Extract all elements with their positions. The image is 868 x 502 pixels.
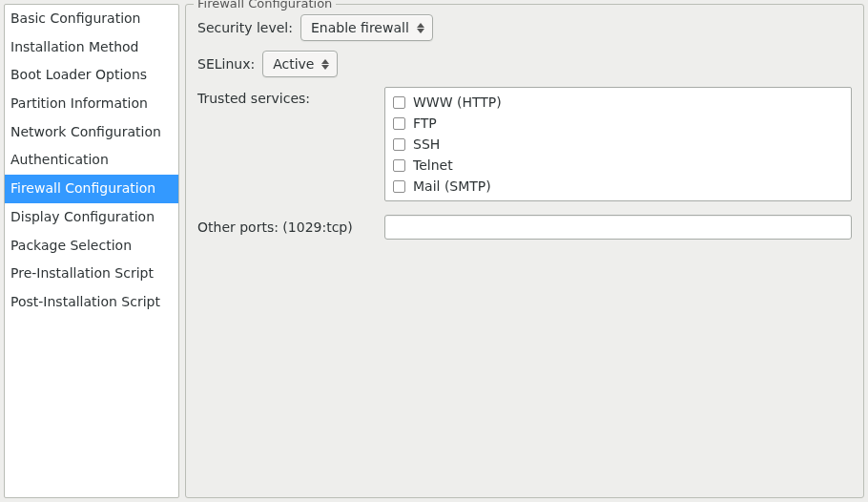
service-row-mail[interactable]: Mail (SMTP) (391, 176, 845, 197)
service-row-telnet[interactable]: Telnet (391, 155, 845, 176)
sidebar-item-basic-configuration[interactable]: Basic Configuration (5, 5, 178, 33)
other-ports-input[interactable] (384, 215, 852, 240)
dropdown-arrows-icon (417, 23, 424, 33)
selinux-row: SELinux: Active (197, 51, 852, 77)
trusted-services-label: Trusted services: (197, 87, 379, 106)
selinux-value: Active (273, 56, 314, 72)
firewall-fieldset: Firewall Configuration Security level: E… (185, 4, 864, 498)
selinux-label: SELinux: (197, 56, 255, 72)
sidebar-item-authentication[interactable]: Authentication (5, 146, 178, 175)
sidebar-item-package-selection[interactable]: Package Selection (5, 232, 178, 261)
sidebar-item-installation-method[interactable]: Installation Method (5, 33, 178, 62)
sidebar-item-pre-installation-script[interactable]: Pre-Installation Script (5, 260, 178, 288)
security-level-label: Security level: (197, 20, 293, 35)
service-label: Telnet (413, 157, 453, 173)
service-label: WWW (HTTP) (413, 94, 502, 110)
service-label: SSH (413, 136, 440, 152)
other-ports-label: Other ports: (1029:tcp) (197, 220, 379, 235)
sidebar-item-network-configuration[interactable]: Network Configuration (5, 118, 178, 147)
security-level-row: Security level: Enable firewall (197, 14, 852, 41)
checkbox-ssh[interactable] (393, 138, 405, 151)
security-level-value: Enable firewall (311, 20, 409, 35)
checkbox-telnet[interactable] (393, 159, 405, 172)
service-row-ssh[interactable]: SSH (391, 134, 845, 155)
service-row-www[interactable]: WWW (HTTP) (391, 92, 845, 113)
sidebar-item-boot-loader-options[interactable]: Boot Loader Options (5, 61, 178, 90)
checkbox-mail[interactable] (393, 180, 405, 193)
trusted-services-box: WWW (HTTP) FTP SSH Telnet Mail (SMTP) (384, 87, 852, 201)
sidebar-item-firewall-configuration[interactable]: Firewall Configuration (5, 175, 178, 203)
checkbox-ftp[interactable] (393, 117, 405, 130)
sidebar-item-display-configuration[interactable]: Display Configuration (5, 203, 178, 232)
selinux-combobox[interactable]: Active (262, 51, 338, 77)
sidebar-nav: Basic Configuration Installation Method … (4, 4, 179, 498)
service-label: FTP (413, 115, 437, 131)
service-label: Mail (SMTP) (413, 178, 491, 194)
dropdown-arrows-icon (321, 59, 329, 70)
security-level-combobox[interactable]: Enable firewall (300, 14, 433, 41)
service-row-ftp[interactable]: FTP (391, 113, 845, 134)
main-panel: Firewall Configuration Security level: E… (185, 4, 864, 498)
checkbox-www[interactable] (393, 96, 405, 109)
sidebar-item-partition-information[interactable]: Partition Information (5, 90, 178, 118)
sidebar-item-post-installation-script[interactable]: Post-Installation Script (5, 288, 178, 317)
form-grid: Trusted services: WWW (HTTP) FTP SSH Tel… (197, 87, 852, 240)
panel-title: Firewall Configuration (194, 0, 336, 10)
